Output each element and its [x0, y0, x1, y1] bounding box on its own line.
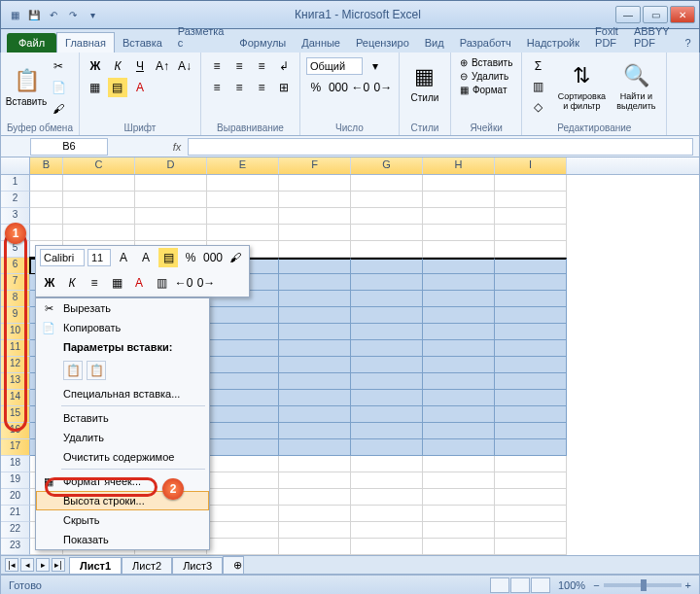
- mini-inc-decimal[interactable]: ←0: [174, 273, 193, 293]
- cell[interactable]: [30, 208, 63, 225]
- mini-border[interactable]: ▦: [107, 273, 126, 293]
- tab-view[interactable]: Вид: [417, 33, 452, 52]
- cell[interactable]: [279, 258, 351, 274]
- autosum-button[interactable]: Σ: [528, 56, 547, 76]
- cell[interactable]: [423, 390, 495, 406]
- cell[interactable]: [495, 340, 567, 357]
- cell[interactable]: [279, 340, 351, 357]
- cell[interactable]: [279, 539, 351, 555]
- paste-option-1[interactable]: 📋: [63, 361, 83, 380]
- cell[interactable]: [279, 307, 351, 324]
- name-box[interactable]: B6: [30, 138, 108, 156]
- view-page-layout[interactable]: [510, 577, 530, 593]
- cell[interactable]: [207, 208, 279, 225]
- tab-foxit[interactable]: Foxit PDF: [587, 21, 626, 52]
- cell[interactable]: [495, 225, 567, 241]
- cell[interactable]: [423, 274, 495, 291]
- sheet-nav-next[interactable]: ▸: [36, 558, 50, 572]
- sheet-nav-last[interactable]: ▸|: [52, 558, 65, 572]
- dec-decimal-button[interactable]: 0→: [373, 78, 393, 97]
- col-header[interactable]: E: [207, 157, 279, 174]
- ctx-paste-special[interactable]: Специальная вставка...: [36, 384, 209, 403]
- bold-button[interactable]: Ж: [86, 56, 105, 76]
- ctx-hide[interactable]: Скрыть: [36, 510, 209, 530]
- zoom-out-button[interactable]: −: [593, 579, 599, 591]
- row-header[interactable]: 20: [1, 489, 30, 506]
- cell[interactable]: [63, 225, 135, 241]
- paste-button[interactable]: 📋 Вставить: [7, 60, 46, 115]
- cell[interactable]: [63, 175, 135, 192]
- file-tab[interactable]: Файл: [7, 33, 56, 52]
- cell[interactable]: [351, 423, 423, 439]
- mini-fill-color[interactable]: ▤: [158, 248, 178, 267]
- col-header[interactable]: H: [423, 157, 495, 174]
- cell[interactable]: [351, 373, 423, 390]
- cell[interactable]: [279, 522, 351, 539]
- mini-dec-decimal[interactable]: 0→: [196, 273, 216, 293]
- cell[interactable]: [351, 225, 423, 241]
- mini-shrink-font[interactable]: A: [136, 248, 156, 267]
- cell[interactable]: [495, 175, 567, 192]
- percent-button[interactable]: %: [306, 78, 326, 97]
- merge-cells-button[interactable]: ⊞: [274, 78, 294, 97]
- cell[interactable]: [423, 340, 495, 357]
- cell[interactable]: [30, 225, 63, 241]
- styles-button[interactable]: ▦ Стили: [405, 56, 444, 111]
- col-header[interactable]: I: [495, 157, 567, 174]
- copy-button[interactable]: 📄: [49, 78, 68, 97]
- cell[interactable]: [495, 192, 567, 208]
- cell[interactable]: [279, 357, 351, 373]
- sheet-nav-prev[interactable]: ◂: [20, 558, 34, 572]
- sheet-nav-first[interactable]: |◂: [5, 558, 18, 572]
- sheet-tab[interactable]: Лист1: [69, 557, 122, 574]
- cell[interactable]: [495, 390, 567, 406]
- cell[interactable]: [495, 307, 567, 324]
- grow-font-button[interactable]: A↑: [153, 56, 172, 76]
- paste-option-2[interactable]: 📋: [87, 361, 106, 380]
- format-cells-button[interactable]: ▦Формат: [457, 84, 515, 96]
- view-normal[interactable]: [490, 577, 509, 593]
- cell[interactable]: [207, 192, 279, 208]
- ctx-clear-contents[interactable]: Очистить содержимое: [36, 447, 209, 467]
- number-format-dd[interactable]: ▾: [366, 56, 385, 76]
- cell[interactable]: [207, 225, 279, 241]
- sheet-tab[interactable]: Лист3: [172, 557, 223, 574]
- cell[interactable]: [423, 307, 495, 324]
- cell[interactable]: [423, 539, 495, 555]
- cell[interactable]: [351, 506, 423, 522]
- row-header[interactable]: 19: [1, 472, 30, 489]
- cell[interactable]: [495, 241, 567, 258]
- fill-color-button[interactable]: ▤: [108, 78, 127, 97]
- cell[interactable]: [495, 291, 567, 307]
- ctx-show[interactable]: Показать: [36, 530, 209, 549]
- cell[interactable]: [351, 307, 423, 324]
- cell[interactable]: [423, 324, 495, 340]
- shrink-font-button[interactable]: A↓: [175, 56, 194, 76]
- cell[interactable]: [423, 225, 495, 241]
- cell[interactable]: [30, 175, 63, 192]
- cell[interactable]: [423, 373, 495, 390]
- mini-font-color[interactable]: A: [129, 273, 149, 293]
- tab-home[interactable]: Главная: [56, 32, 115, 52]
- select-all-corner[interactable]: [1, 157, 30, 174]
- view-page-break[interactable]: [531, 577, 550, 593]
- row-header[interactable]: 2: [1, 192, 30, 208]
- cell[interactable]: [279, 506, 351, 522]
- cell[interactable]: [495, 423, 567, 439]
- align-bot-left[interactable]: ≡: [207, 78, 227, 97]
- mini-comma[interactable]: 000: [203, 248, 223, 267]
- underline-button[interactable]: Ч: [130, 56, 150, 76]
- tab-abbyy[interactable]: ABBYY PDF: [626, 21, 678, 52]
- align-bot-right[interactable]: ≡: [252, 78, 271, 97]
- add-sheet-button[interactable]: ⊕: [223, 556, 244, 574]
- fill-button[interactable]: ▥: [528, 77, 547, 96]
- mini-size-combo[interactable]: 11: [88, 249, 111, 266]
- tab-data[interactable]: Данные: [294, 33, 348, 52]
- cell[interactable]: [279, 439, 351, 456]
- cell[interactable]: [351, 324, 423, 340]
- cell[interactable]: [279, 241, 351, 258]
- col-header[interactable]: D: [135, 157, 207, 174]
- cell[interactable]: [279, 192, 351, 208]
- row-header[interactable]: 23: [1, 539, 30, 555]
- cell[interactable]: [279, 456, 351, 472]
